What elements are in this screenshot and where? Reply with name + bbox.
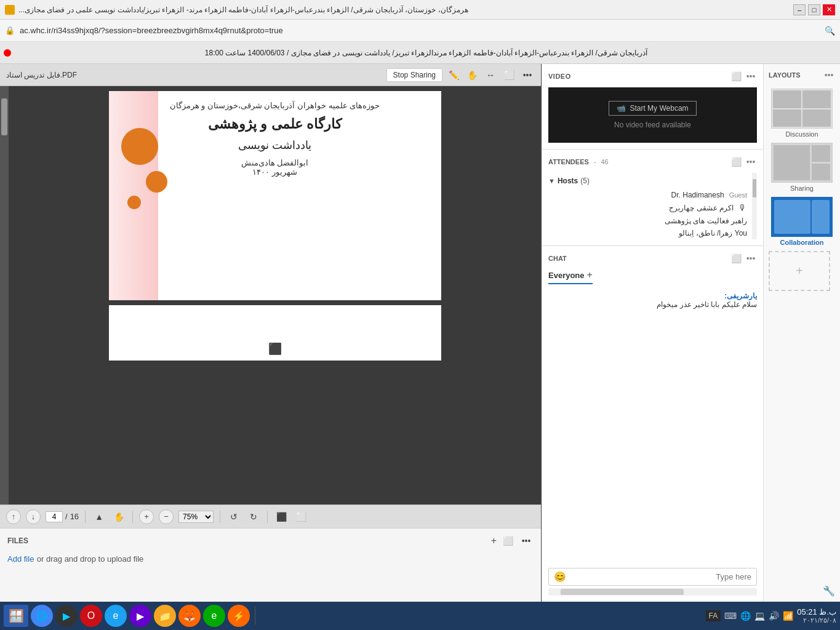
rotate-left-icon[interactable]: ↺ [226,509,241,524]
chat-controls: ⬜ ••• [730,252,757,265]
signal-icon: 📶 [783,611,793,621]
fullscreen-icon[interactable]: ⬜ [502,68,516,82]
layout-add-button[interactable]: + [769,251,830,291]
files-upload-area[interactable]: Add file or drag and drop to upload file [7,553,534,564]
navigate-icon[interactable]: ↔️ [483,68,498,82]
hand-tool-icon[interactable]: ✋ [465,68,479,82]
chevron-down-icon: ▼ [548,177,555,185]
volume-icon[interactable]: 🔊 [769,611,779,621]
conference-title: آذربایجان شرقی/ الزهراء بندرعباس-الزهراء… [16,49,836,57]
page-down-button[interactable]: ↓ [26,509,41,524]
circle-sm [127,196,141,209]
pen-tool-icon[interactable]: ✏️ [446,68,461,82]
chat-recipient[interactable]: Everyone + [548,269,593,284]
search-icon[interactable]: 🔍 [825,26,835,36]
layouts-label: LAYOUTS [769,71,801,79]
chat-more-icon[interactable]: ••• [745,252,757,265]
chat-messages: یارشریفی: سلام علیکم بابا تاخیر عذر میخو… [548,289,757,564]
video-more-icon[interactable]: ••• [745,70,757,82]
start-webcam-button[interactable]: 📹 Start My Webcam [609,101,696,116]
stop-sharing-button[interactable]: Stop Sharing [386,68,442,82]
separator4 [267,511,268,523]
attendee-item: Dr. Hadimanesh Guest [548,189,752,201]
select-tool-icon[interactable]: ▲ [92,509,106,524]
start-button[interactable]: 🪟 [4,605,28,627]
layouts-more-icon[interactable]: ••• [823,69,835,81]
attendees-controls: ⬜ ••• [730,156,757,168]
zoom-select[interactable]: 75% 100% 50% [178,511,214,523]
video-layout-icon[interactable]: ⬜ [730,70,742,82]
taskbar-ie[interactable]: e [105,605,127,627]
close-button[interactable]: ✕ [823,4,835,15]
settings-icon[interactable]: 🔧 [823,585,835,597]
chat-layout-icon[interactable]: ⬜ [730,252,742,265]
page-up-button[interactable]: ↑ [6,509,21,524]
pdf-filename: PDF.فایل تدریس استاد [6,71,77,79]
pdf-scrollbar[interactable] [0,86,9,504]
sharing-thumbnail [771,143,833,183]
fit-page-icon[interactable]: ⬛ [274,509,289,524]
emoji-icon[interactable]: 😊 [554,571,566,583]
attendee-name: راهبر فعالیت های پژوهشی [553,217,747,225]
zoom-in-button[interactable]: + [139,509,154,524]
title-bar: هرمزگان، خوزستان، آذربایجان شرقی/ الزهرا… [0,0,840,20]
taskbar-right: FA ⌨ 🌐 💻 🔊 📶 05:21 ب.ظ ۲۰۲۱/۲۵/۰۸ [706,607,836,624]
layout-item-discussion[interactable]: Discussion [769,89,835,138]
attendee-name: اکرم عشقی چهاربرج [553,204,734,212]
address-bar: 🔒 ac.whc.ir/ri34ss9hjxq8/?session=breezb… [0,20,840,42]
chat-header: CHAT ⬜ ••• [548,252,757,265]
attendees-more-icon[interactable]: ••• [745,156,757,168]
chat-input[interactable] [566,572,751,581]
collaboration-thumbnail [771,197,833,237]
rotate-right-icon[interactable]: ↻ [246,509,261,524]
files-label: FILES [7,536,28,545]
layout-item-sharing[interactable]: Sharing [769,143,835,192]
layout-cell [802,110,831,127]
taskbar: 🪟 🌐 ▶ O e ▶ 📁 🦊 e ⚡ FA ⌨ 🌐 💻 🔊 📶 05:21 ب… [0,602,840,630]
taskbar-orange[interactable]: ⚡ [228,605,250,627]
files-add-button[interactable]: + [491,535,497,546]
minimize-button[interactable]: – [793,4,806,15]
taskbar-play[interactable]: ▶ [129,605,151,627]
clock-time: 05:21 ب.ظ [797,607,836,616]
chat-add-recipient-icon[interactable]: + [587,269,593,281]
pdf-content: حوزه‌های علمیه خواهران آذربایجان شرقی،خو… [0,86,541,504]
ie-icon: e [113,610,119,621]
chat-input-area[interactable]: 😊 [548,568,757,586]
page-number-input[interactable] [46,511,63,522]
attendee-item: اکرم عشقی چهاربرج 🎙 [548,201,752,215]
url-text[interactable]: ac.whc.ir/ri34ss9hjxq8/?session=breezbre… [20,26,820,35]
title-bar-controls[interactable]: – □ ✕ [793,4,835,15]
language-indicator: FA [706,610,721,621]
pdf-area: PDF.فایل تدریس استاد Stop Sharing ✏️ ✋ ↔… [0,64,542,602]
taskbar-opera[interactable]: O [80,605,102,627]
files-layout-icon[interactable]: ⬜ [500,533,515,548]
maximize-button[interactable]: □ [808,4,820,15]
title-bar-left: هرمزگان، خوزستان، آذربایجان شرقی/ الزهرا… [5,5,468,15]
attendees-layout-icon[interactable]: ⬜ [730,156,742,168]
chat-label: CHAT [548,255,567,262]
hosts-label: Hosts [558,177,578,185]
taskbar-chrome[interactable]: 🌐 [31,605,53,627]
zoom-out-button[interactable]: − [159,509,174,524]
files-section: FILES + ⬜ ••• Add file or drag and drop … [0,528,541,602]
window-title: هرمزگان، خوزستان، آذربایجان شرقی/ الزهرا… [18,6,468,14]
attendees-scrollbar[interactable] [752,173,757,239]
layout-item-collaboration[interactable]: Collaboration [769,197,835,246]
hosts-header[interactable]: ▼ Hosts (5) [548,177,752,185]
fit-width-icon[interactable]: ⬜ [294,509,308,524]
attendee-name: You زهرا/ ناطق، اِبنالو [553,229,747,237]
files-more-icon[interactable]: ••• [519,533,534,548]
chat-scrollbar[interactable] [548,588,757,596]
recording-indicator [4,49,11,57]
more-options-icon[interactable]: ••• [520,68,535,82]
pan-tool-icon[interactable]: ✋ [111,509,126,524]
pdf-pages[interactable]: حوزه‌های علمیه خواهران آذربایجان شرقی،خو… [9,86,541,504]
attendee-role: Guest [729,191,747,199]
taskbar-firefox[interactable]: 🦊 [178,605,201,627]
taskbar-folder[interactable]: 📁 [154,605,176,627]
taskbar-app2[interactable]: ▶ [55,605,78,627]
lock-icon: 🔒 [5,26,15,35]
files-upload-link[interactable]: Add file [7,554,34,564]
taskbar-green[interactable]: e [203,605,225,627]
